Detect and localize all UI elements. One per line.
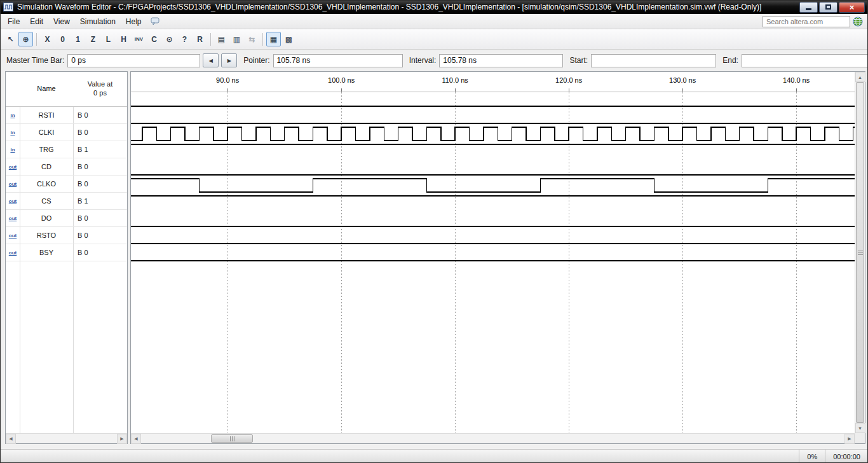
maximize-button[interactable]	[819, 2, 837, 13]
waveform-hscrollbar[interactable]: ◀ ▶	[131, 433, 855, 443]
time-tick-label: 120.0 ns	[546, 76, 591, 84]
time-tick-mark	[569, 88, 569, 92]
signal-name: CS	[20, 197, 73, 205]
scroll-left-icon[interactable]: ◀	[6, 434, 16, 444]
snap-to-transition-button[interactable]: ▥	[229, 32, 244, 46]
pointer-field[interactable]	[273, 54, 403, 67]
minimize-icon	[806, 8, 811, 10]
menu-edit[interactable]: Edit	[25, 15, 48, 28]
signal-name: BSY	[20, 249, 73, 256]
globe-icon[interactable]	[853, 17, 863, 27]
signal-name: CLKO	[20, 180, 73, 188]
force-high-button[interactable]: 1	[71, 32, 85, 46]
menu-view[interactable]: View	[48, 15, 75, 28]
signal-direction-out-icon: out	[6, 181, 20, 187]
random-values-button[interactable]: R	[193, 32, 207, 46]
pointer-label: Pointer:	[243, 56, 269, 65]
signal-direction-in-icon: in	[6, 113, 20, 118]
waveform-vscrollbar[interactable]: ▲ ▼	[855, 72, 865, 433]
signal-table-hscrollbar[interactable]: ◀ ▶	[6, 433, 127, 443]
scrollbar-corner	[855, 433, 865, 443]
force-weak-low-button[interactable]: L	[101, 32, 116, 46]
signal-value: B 1	[73, 146, 127, 153]
progress-indicator: 0%	[799, 450, 825, 463]
time-tick-mark	[682, 88, 683, 92]
signal-row-do[interactable]: outDOB 0	[6, 210, 127, 227]
app-icon	[3, 3, 13, 11]
time-tick-label: 110.0 ns	[433, 76, 477, 84]
signal-row-rsti[interactable]: inRSTIB 0	[6, 107, 127, 124]
elapsed-time: 00:00:00	[825, 450, 868, 463]
menu-bar: FileEditViewSimulationHelp	[0, 14, 868, 29]
end-field[interactable]	[742, 54, 868, 67]
search-input[interactable]	[763, 16, 850, 27]
snap-to-grid-button[interactable]: ▤	[214, 32, 229, 46]
signal-name: TRG	[20, 146, 73, 153]
signal-name: CLKI	[20, 128, 73, 136]
feedback-bubble-icon[interactable]	[151, 17, 159, 25]
toolbar: ↖⊕X01ZLHINVC⊙?R▤▥⇆▦▩	[0, 29, 868, 50]
time-tick-mark	[455, 88, 456, 92]
signal-direction-out-icon: out	[6, 164, 20, 170]
time-bar-back-button[interactable]: ◀	[203, 53, 219, 67]
time-bar: Master Time Bar: ◀ ▶ Pointer: Interval: …	[0, 50, 868, 71]
scroll-down-icon[interactable]: ▼	[855, 423, 865, 433]
time-tick-mark	[796, 88, 797, 92]
signal-direction-in-icon: in	[6, 147, 20, 153]
arbitrary-value-button[interactable]: ?	[177, 32, 192, 46]
count-value-button[interactable]: C	[147, 32, 161, 46]
waveform-canvas[interactable]	[131, 92, 855, 433]
scroll-up-icon[interactable]: ▲	[855, 72, 865, 82]
signal-name: DO	[20, 214, 73, 222]
signal-row-rsto[interactable]: outRSTOB 0	[6, 227, 127, 244]
signal-row-clki[interactable]: inCLKIB 0	[6, 124, 127, 141]
signal-name: CD	[20, 163, 73, 170]
signal-value: B 0	[73, 180, 127, 188]
interval-field[interactable]	[439, 54, 563, 67]
window-title: Simulation Waveform Editor - C:/FPGAProj…	[17, 3, 796, 11]
signal-value: B 0	[73, 232, 127, 239]
wave-clko	[131, 179, 855, 192]
time-bar-forward-button[interactable]: ▶	[221, 53, 237, 67]
hscroll-thumb[interactable]	[211, 434, 253, 443]
signal-value: B 1	[73, 197, 127, 205]
scroll-left-icon[interactable]: ◀	[131, 434, 141, 444]
selection-tool-button[interactable]: ↖	[3, 32, 18, 46]
overwrite-clock-button[interactable]: ⊙	[162, 32, 177, 46]
menu-simulation[interactable]: Simulation	[75, 15, 121, 28]
time-tick-label: 100.0 ns	[319, 76, 363, 84]
run-timing-simulation-button[interactable]: ▩	[281, 32, 296, 46]
signal-row-cd[interactable]: outCDB 0	[6, 158, 127, 176]
interval-label: Interval:	[409, 56, 437, 65]
force-weak-high-button[interactable]: H	[116, 32, 131, 46]
signal-row-bsy[interactable]: outBSYB 0	[6, 244, 127, 261]
master-time-bar-field[interactable]	[67, 54, 200, 67]
close-button[interactable]: ×	[839, 2, 865, 13]
invert-button[interactable]: INV	[132, 32, 146, 46]
signal-row-cs[interactable]: outCSB 1	[6, 193, 127, 210]
scroll-right-icon[interactable]: ▶	[117, 434, 127, 444]
forcing-unknown-button[interactable]: X	[40, 32, 55, 46]
run-functional-simulation-button[interactable]: ▦	[266, 32, 281, 46]
toolbar-separator	[36, 33, 37, 46]
time-tick-label: 140.0 ns	[774, 76, 818, 84]
minimize-button[interactable]	[799, 2, 818, 13]
signal-direction-out-icon: out	[6, 216, 20, 221]
menu-help[interactable]: Help	[121, 15, 147, 28]
zoom-tool-button[interactable]: ⊕	[18, 32, 33, 46]
force-high-impedance-button[interactable]: Z	[86, 32, 100, 46]
vscroll-thumb[interactable]	[856, 82, 864, 423]
force-low-button[interactable]: 0	[55, 32, 70, 46]
signal-value: B 0	[73, 249, 127, 256]
menu-file[interactable]: File	[3, 15, 25, 28]
signal-table-pane: Name Value at 0 ps inRSTIB 0inCLKIB 0inT…	[5, 71, 128, 444]
master-time-bar-label: Master Time Bar:	[6, 56, 64, 65]
time-tick-label: 90.0 ns	[205, 76, 250, 84]
value-column-header: Value at 0 ps	[73, 80, 127, 98]
signal-row-trg[interactable]: inTRGB 1	[6, 141, 127, 158]
time-tick-mark	[341, 88, 342, 92]
signal-value: B 0	[73, 163, 127, 170]
scroll-right-icon[interactable]: ▶	[844, 434, 855, 444]
signal-row-clko[interactable]: outCLKOB 0	[6, 176, 127, 193]
start-field[interactable]	[591, 54, 716, 67]
